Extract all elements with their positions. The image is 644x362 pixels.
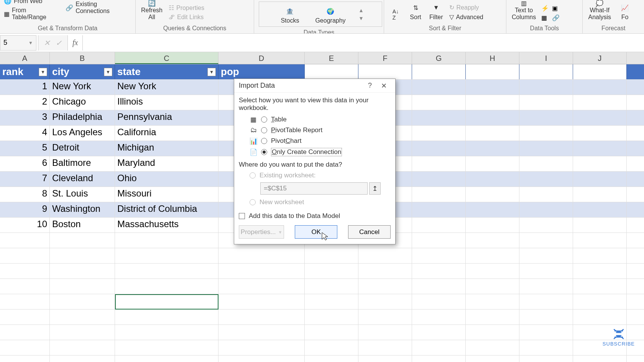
chevron-down-icon[interactable]: ▼: [28, 40, 33, 46]
dna-icon: [611, 328, 626, 340]
cell[interactable]: 8: [0, 187, 50, 202]
close-button[interactable]: ✕: [377, 82, 391, 90]
cell[interactable]: Baltimore: [50, 156, 115, 171]
table-header-cell[interactable]: state▼: [115, 64, 219, 79]
geography-button[interactable]: 🌍 Geography: [313, 3, 348, 25]
group-label: Forecast: [586, 24, 641, 33]
cell[interactable]: Massachusetts: [115, 218, 219, 233]
cell[interactable]: 10: [0, 218, 50, 233]
existing-connections-button[interactable]: 🔗 Existing Connections: [65, 0, 132, 15]
what-if-button[interactable]: 💭 What-If Analysis: [586, 0, 613, 21]
cell[interactable]: Detroit: [50, 141, 115, 156]
empty-row[interactable]: [0, 340, 644, 355]
cell[interactable]: 4: [0, 126, 50, 141]
cell[interactable]: Illinois: [115, 95, 219, 110]
cell[interactable]: 7: [0, 172, 50, 187]
from-web-button[interactable]: 🌐 From Web: [3, 0, 62, 5]
forecast-sheet-button[interactable]: 📈 Fo: [616, 0, 633, 21]
chevron-down-icon[interactable]: ▾: [360, 15, 363, 22]
column-header[interactable]: G: [412, 52, 466, 64]
table-header-cell[interactable]: pop: [219, 64, 305, 79]
cell[interactable]: Maryland: [115, 156, 219, 171]
name-box[interactable]: 5▼: [0, 35, 36, 51]
empty-row[interactable]: [0, 294, 644, 310]
formula-input[interactable]: [82, 35, 644, 51]
subscribe-badge[interactable]: SUBSCRIBE: [603, 328, 635, 347]
cell[interactable]: Washington: [50, 202, 115, 217]
empty-row[interactable]: [0, 325, 644, 340]
remove-duplicates-icon[interactable]: ▦: [541, 14, 549, 21]
cell[interactable]: New York: [115, 80, 219, 95]
help-button[interactable]: ?: [363, 82, 377, 90]
column-header[interactable]: B: [50, 52, 115, 64]
cell[interactable]: 2: [0, 95, 50, 110]
cell[interactable]: Philadelphia: [50, 110, 115, 125]
radio-table[interactable]: [261, 116, 267, 123]
radio-pivot-table[interactable]: [261, 127, 267, 133]
from-table-range-button[interactable]: ▦ From Table/Range: [3, 6, 62, 21]
checkbox-data-model[interactable]: [239, 213, 245, 219]
table-header-cell[interactable]: rank▼: [0, 64, 50, 79]
column-header[interactable]: J: [573, 52, 627, 64]
column-header[interactable]: E: [305, 52, 358, 64]
ribbon: 🌐 From Web ▦ From Table/Range 🔗 Existing…: [0, 0, 644, 34]
collapse-dialog-button[interactable]: ↥: [369, 182, 381, 195]
chevron-up-icon[interactable]: ▴: [360, 7, 363, 14]
cell[interactable]: St. Louis: [50, 187, 115, 202]
cell[interactable]: Missouri: [115, 187, 219, 202]
cancel-edit-icon[interactable]: ✕: [44, 38, 50, 48]
cell[interactable]: Pennsylvania: [115, 110, 219, 125]
empty-row[interactable]: [0, 264, 644, 279]
cell[interactable]: 5: [0, 141, 50, 156]
filter-dropdown-icon[interactable]: ▼: [207, 68, 216, 76]
column-header[interactable]: C: [115, 52, 219, 64]
sort-button[interactable]: ⇅ Sort: [407, 0, 424, 21]
column-header[interactable]: F: [358, 52, 412, 64]
filter-dropdown-icon[interactable]: ▼: [39, 68, 47, 76]
column-header[interactable]: I: [519, 52, 573, 64]
cell[interactable]: Ohio: [115, 172, 219, 187]
cell[interactable]: District of Columbia: [115, 202, 219, 217]
edit-links-button[interactable]: 🖇 Edit Links: [168, 13, 205, 21]
fx-icon[interactable]: fx: [68, 38, 82, 47]
empty-row[interactable]: [0, 279, 644, 294]
flash-fill-icon[interactable]: ⚡: [541, 5, 549, 12]
table-header-row: rank▼ city▼ state▼ pop: [0, 64, 644, 80]
cell[interactable]: Boston: [50, 218, 115, 233]
cell[interactable]: 6: [0, 156, 50, 171]
cancel-button[interactable]: Cancel: [348, 225, 391, 239]
consolidate-icon[interactable]: ▣: [552, 5, 560, 12]
column-header[interactable]: A: [0, 52, 50, 64]
cell[interactable]: 1: [0, 80, 50, 95]
cell[interactable]: New York: [50, 80, 115, 95]
refresh-icon: 🔄: [146, 0, 158, 7]
text-to-columns-button[interactable]: ▥ Text to Columns: [509, 0, 538, 21]
cell[interactable]: 9: [0, 202, 50, 217]
refresh-all-button[interactable]: 🔄 Refresh All: [139, 0, 165, 21]
stocks-button[interactable]: 🏦 Stocks: [278, 3, 301, 25]
cell[interactable]: Los Angeles: [50, 126, 115, 141]
empty-row[interactable]: [0, 355, 644, 362]
filter-button[interactable]: ▼ Filter: [427, 0, 445, 21]
radio-pivot-chart[interactable]: [261, 138, 267, 144]
relationships-icon[interactable]: 🔗: [552, 14, 560, 21]
confirm-edit-icon[interactable]: ✓: [56, 38, 62, 48]
cell[interactable]: Cleveland: [50, 172, 115, 187]
column-header[interactable]: D: [219, 52, 305, 64]
cell[interactable]: 3: [0, 110, 50, 125]
cell[interactable]: Michigan: [115, 141, 219, 156]
column-header[interactable]: H: [466, 52, 519, 64]
advanced-button[interactable]: ▽ Advanced: [449, 13, 484, 21]
properties-button[interactable]: ☷ Properties: [168, 3, 205, 12]
cell[interactable]: Chicago: [50, 95, 115, 110]
empty-row[interactable]: [0, 248, 644, 264]
table-header-cell[interactable]: city▼: [50, 64, 115, 79]
sort-az-button[interactable]: A↓Z: [387, 0, 404, 21]
dialog-titlebar[interactable]: Import Data ? ✕: [234, 79, 395, 93]
filter-dropdown-icon[interactable]: ▼: [104, 68, 112, 76]
cell[interactable]: California: [115, 126, 219, 141]
reapply-button[interactable]: ↻ Reapply: [449, 3, 484, 12]
ok-button[interactable]: OK: [295, 225, 337, 239]
radio-only-connection[interactable]: [261, 149, 267, 155]
empty-row[interactable]: [0, 310, 644, 325]
